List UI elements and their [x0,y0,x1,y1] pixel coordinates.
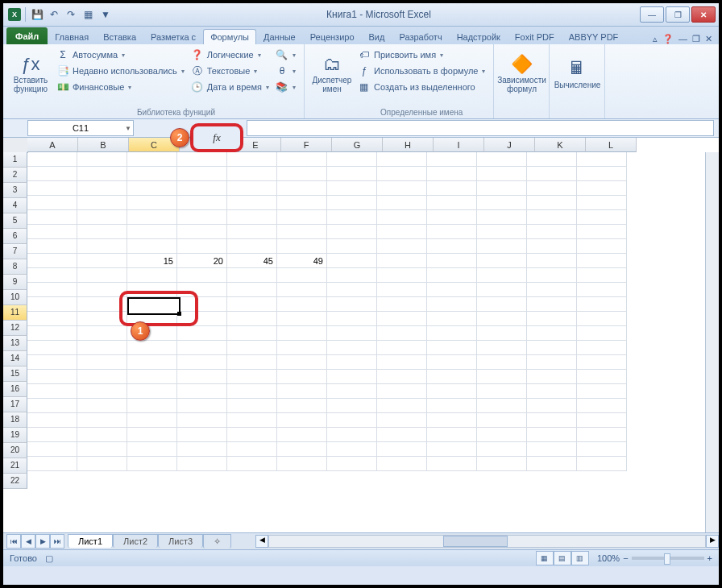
cell-G11[interactable] [327,297,377,312]
cell-E16[interactable] [227,370,277,384]
row-header-19[interactable]: 19 [3,428,27,443]
cell-E18[interactable] [227,399,277,413]
define-name-button[interactable]: 🏷Присвоить имя▾ [355,48,489,62]
cell-C19[interactable] [127,413,177,428]
cell-J1[interactable] [477,152,527,167]
qat-dropdown[interactable]: ▼ [98,7,113,22]
cell-E7[interactable] [227,239,277,254]
cell-E22[interactable] [227,457,277,471]
cell-L12[interactable] [577,312,627,326]
help-icon[interactable]: ❓ [662,34,674,44]
cell-I16[interactable] [427,370,477,384]
sheet-prev-button[interactable]: ◀ [21,534,35,549]
cell-I20[interactable] [427,428,477,442]
cell-H16[interactable] [377,370,427,384]
cell-E12[interactable] [227,312,277,326]
cell-L3[interactable] [577,181,627,196]
cell-D5[interactable] [177,210,227,225]
cell-B22[interactable] [77,457,127,471]
cell-F11[interactable] [277,297,327,312]
cell-F17[interactable] [277,384,327,399]
cell-G22[interactable] [327,457,377,471]
cell-D18[interactable] [177,399,227,413]
cell-I4[interactable] [427,196,477,210]
cell-I15[interactable] [427,355,477,370]
cell-E13[interactable] [227,326,277,341]
cell-K3[interactable] [527,181,577,196]
cell-E4[interactable] [227,196,277,210]
cell-C16[interactable] [127,370,177,384]
cell-H18[interactable] [377,399,427,413]
cell-A22[interactable] [27,457,77,471]
cell-B1[interactable] [77,152,127,167]
cell-F2[interactable] [277,167,327,181]
lookup-button[interactable]: 🔍▾ [272,48,299,62]
cell-A2[interactable] [27,167,77,181]
cell-F18[interactable] [277,399,327,413]
cell-H1[interactable] [377,152,427,167]
cell-D17[interactable] [177,384,227,399]
cell-C21[interactable] [127,442,177,457]
datetime-button[interactable]: 🕒Дата и время▾ [188,80,272,94]
cell-G14[interactable] [327,341,377,355]
col-header-H[interactable]: H [383,138,434,152]
cell-G17[interactable] [327,384,377,399]
cell-D14[interactable] [177,341,227,355]
cell-A16[interactable] [27,370,77,384]
cell-K19[interactable] [527,413,577,428]
cell-B14[interactable] [77,341,127,355]
macro-record-icon[interactable]: ▢ [45,553,53,564]
cell-D6[interactable] [177,225,227,239]
formula-input[interactable] [247,120,714,136]
cell-K4[interactable] [527,196,577,210]
cell-J21[interactable] [477,442,527,457]
tab-insert[interactable]: Вставка [96,29,143,44]
cell-D22[interactable] [177,457,227,471]
cell-F10[interactable] [277,283,327,297]
cell-C22[interactable] [127,457,177,471]
cell-D7[interactable] [177,239,227,254]
cell-C1[interactable] [127,152,177,167]
cell-E14[interactable] [227,341,277,355]
cell-C2[interactable] [127,167,177,181]
cell-B19[interactable] [77,413,127,428]
cell-I2[interactable] [427,167,477,181]
cell-F14[interactable] [277,341,327,355]
cell-H19[interactable] [377,413,427,428]
cell-L19[interactable] [577,413,627,428]
cell-A15[interactable] [27,355,77,370]
cell-K9[interactable] [527,268,577,283]
cell-B8[interactable] [77,254,127,268]
cell-D8[interactable]: 20 [177,254,227,268]
tab-data[interactable]: Данные [256,29,303,44]
cell-I9[interactable] [427,268,477,283]
cell-K2[interactable] [527,167,577,181]
row-header-12[interactable]: 12 [3,321,27,336]
cell-L21[interactable] [577,442,627,457]
cell-J15[interactable] [477,355,527,370]
zoom-out-button[interactable]: − [623,553,628,563]
cell-L7[interactable] [577,239,627,254]
cell-A12[interactable] [27,312,77,326]
row-header-8[interactable]: 8 [3,259,27,275]
cell-E17[interactable] [227,384,277,399]
cell-D20[interactable] [177,428,227,442]
cell-E2[interactable] [227,167,277,181]
pagebreak-view-button[interactable]: ▥ [571,551,589,565]
formula-auditing-button[interactable]: 🔶 Зависимости формул [499,46,544,102]
cell-J4[interactable] [477,196,527,210]
row-header-10[interactable]: 10 [3,290,27,305]
cell-B5[interactable] [77,210,127,225]
cell-H14[interactable] [377,341,427,355]
cell-J13[interactable] [477,326,527,341]
cell-E11[interactable] [227,297,277,312]
cell-H3[interactable] [377,181,427,196]
cell-D4[interactable] [177,196,227,210]
col-header-K[interactable]: K [535,138,586,152]
cell-F3[interactable] [277,181,327,196]
cell-F9[interactable] [277,268,327,283]
cell-G1[interactable] [327,152,377,167]
cell-E21[interactable] [227,442,277,457]
cell-C3[interactable] [127,181,177,196]
cell-E8[interactable]: 45 [227,254,277,268]
